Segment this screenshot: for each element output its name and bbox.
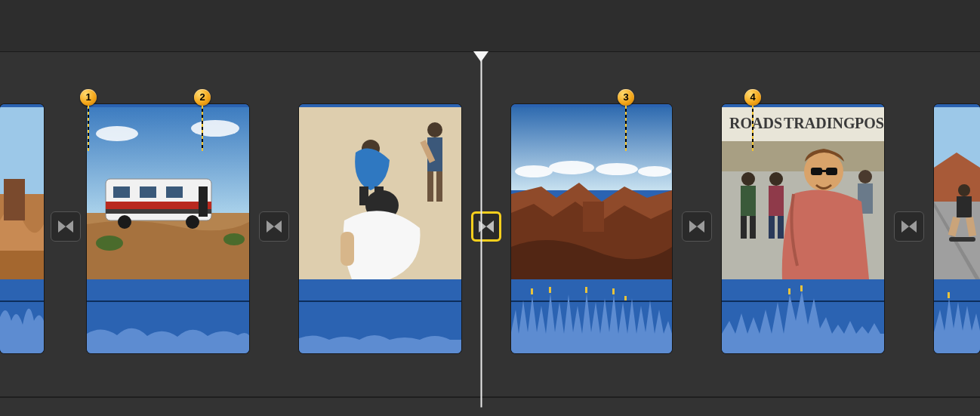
svg-point-35 xyxy=(638,166,671,177)
svg-point-53 xyxy=(858,170,872,183)
sign-text: ROADS xyxy=(729,115,782,131)
crossfade-icon xyxy=(688,217,706,236)
svg-rect-57 xyxy=(826,168,837,175)
svg-point-45 xyxy=(741,172,755,186)
crossfade-icon xyxy=(477,217,495,236)
svg-rect-15 xyxy=(140,186,156,198)
svg-rect-13 xyxy=(199,186,208,217)
clip-thumbnail xyxy=(934,104,980,279)
marker-badge: 4 xyxy=(744,89,761,106)
svg-rect-3 xyxy=(0,251,44,279)
svg-rect-37 xyxy=(531,288,533,294)
clip-audio-waveform[interactable] xyxy=(299,279,461,353)
svg-rect-58 xyxy=(822,170,826,172)
svg-rect-12 xyxy=(106,209,211,214)
svg-rect-56 xyxy=(811,168,822,175)
clip-thumbnail xyxy=(511,104,672,279)
svg-rect-59 xyxy=(788,288,790,294)
marker-badge: 1 xyxy=(80,89,97,106)
svg-point-6 xyxy=(191,120,239,137)
marker-stem xyxy=(752,106,753,151)
marker-stem xyxy=(625,106,627,151)
marker-stem xyxy=(202,106,203,151)
clip-audio-waveform[interactable] xyxy=(511,279,672,353)
svg-rect-40 xyxy=(612,288,615,294)
clip-thumbnail: ROADS TRADING POST xyxy=(722,104,884,279)
transition-crossfade[interactable] xyxy=(682,211,712,242)
chapter-marker[interactable]: 1 xyxy=(80,89,97,106)
crossfade-icon xyxy=(265,217,283,236)
svg-point-17 xyxy=(118,215,131,229)
timeline-clip[interactable] xyxy=(0,104,44,353)
transition-crossfade[interactable] xyxy=(259,211,289,242)
clip-audio-waveform[interactable] xyxy=(934,279,980,353)
svg-rect-60 xyxy=(800,285,803,291)
transition-crossfade[interactable] xyxy=(51,211,81,242)
svg-point-21 xyxy=(427,122,442,137)
svg-point-5 xyxy=(96,126,138,141)
clip-thumbnail xyxy=(87,104,249,279)
svg-rect-14 xyxy=(113,186,130,198)
svg-rect-16 xyxy=(166,186,183,198)
svg-rect-38 xyxy=(549,287,551,293)
svg-rect-67 xyxy=(949,237,975,242)
svg-point-34 xyxy=(596,163,638,175)
svg-rect-51 xyxy=(769,216,775,239)
svg-rect-11 xyxy=(106,202,211,209)
clip-thumbnail xyxy=(299,104,461,279)
transition-crossfade[interactable] xyxy=(471,211,501,242)
crossfade-icon xyxy=(900,217,918,236)
svg-point-33 xyxy=(549,161,594,174)
playhead-line[interactable] xyxy=(481,60,482,407)
timeline-baseline xyxy=(0,396,980,398)
sign-text: TRADING xyxy=(784,115,855,131)
transition-crossfade[interactable] xyxy=(894,211,924,242)
svg-rect-10 xyxy=(106,179,211,220)
svg-rect-44 xyxy=(722,141,884,171)
timeline-clip[interactable] xyxy=(934,104,980,353)
crossfade-icon xyxy=(57,217,75,236)
marker-stem xyxy=(88,106,89,151)
svg-point-32 xyxy=(515,165,553,177)
timeline-toolbar-area xyxy=(0,0,980,52)
timeline-clip[interactable] xyxy=(511,104,672,353)
svg-rect-30 xyxy=(341,232,354,266)
sign-text: POST xyxy=(855,115,884,131)
svg-rect-2 xyxy=(4,179,25,220)
svg-rect-48 xyxy=(750,216,756,239)
svg-rect-50 xyxy=(769,186,784,216)
clip-audio-waveform[interactable] xyxy=(722,279,884,353)
svg-rect-46 xyxy=(741,186,756,216)
timeline-clip[interactable]: ROADS TRADING POST xyxy=(722,104,884,353)
svg-rect-41 xyxy=(624,296,627,300)
svg-rect-36 xyxy=(583,202,604,232)
clip-audio-waveform[interactable] xyxy=(87,279,249,353)
chapter-marker[interactable]: 4 xyxy=(744,89,761,106)
svg-rect-23 xyxy=(427,171,433,202)
timeline-canvas: ROADS TRADING POST xyxy=(0,0,980,416)
svg-rect-31 xyxy=(511,107,672,190)
svg-point-9 xyxy=(223,233,245,245)
svg-rect-52 xyxy=(778,216,784,239)
svg-point-63 xyxy=(958,184,970,196)
marker-badge: 3 xyxy=(618,89,634,106)
svg-rect-47 xyxy=(741,216,747,239)
svg-rect-64 xyxy=(957,196,972,217)
clip-thumbnail xyxy=(0,104,44,279)
svg-rect-68 xyxy=(948,292,950,298)
timeline-clip[interactable] xyxy=(87,104,249,353)
marker-badge: 2 xyxy=(194,89,211,106)
clip-audio-waveform[interactable] xyxy=(0,279,44,353)
chapter-marker[interactable]: 2 xyxy=(194,89,211,106)
svg-rect-24 xyxy=(436,171,442,202)
svg-point-8 xyxy=(96,236,123,251)
timeline-clip[interactable] xyxy=(299,104,461,353)
svg-point-18 xyxy=(186,215,199,229)
svg-rect-39 xyxy=(585,287,587,293)
svg-point-49 xyxy=(769,172,783,186)
chapter-marker[interactable]: 3 xyxy=(618,89,634,106)
